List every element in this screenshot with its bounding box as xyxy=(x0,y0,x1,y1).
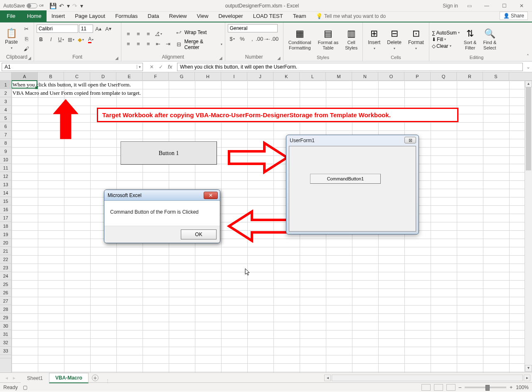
select-all-button[interactable] xyxy=(0,72,11,81)
sort-filter-button[interactable]: ⇅Sort & Filter xyxy=(461,27,479,51)
row-header-15[interactable]: 15 xyxy=(0,197,11,205)
number-dialog-icon[interactable]: ◢ xyxy=(277,56,281,60)
row-header-26[interactable]: 26 xyxy=(0,288,11,297)
row-header-28[interactable]: 28 xyxy=(0,305,11,313)
row-header-8[interactable]: 8 xyxy=(0,139,11,147)
cut-icon[interactable]: ✂ xyxy=(22,25,31,34)
conditional-formatting-button[interactable]: ▦Conditional Formatting xyxy=(286,27,314,51)
tell-me-search[interactable]: 💡 Tell me what you want to do xyxy=(311,10,391,22)
zoom-out-button[interactable]: – xyxy=(459,385,462,390)
autosum-button[interactable]: ∑ AutoSum ▾ xyxy=(432,30,460,36)
row-header-23[interactable]: 23 xyxy=(0,264,11,272)
row-header-17[interactable]: 17 xyxy=(0,214,11,222)
column-header-d[interactable]: D xyxy=(90,72,116,80)
sheet-nav-prev-icon[interactable]: ▸ xyxy=(11,375,17,381)
add-sheet-button[interactable]: + xyxy=(92,375,99,381)
close-icon[interactable]: ✕ xyxy=(515,3,528,9)
tab-developer[interactable]: Developer xyxy=(213,10,248,22)
font-size-combo[interactable] xyxy=(79,25,93,33)
sheet-button-1[interactable]: Button 1 xyxy=(121,141,217,165)
row-header-33[interactable]: 33 xyxy=(0,347,11,355)
row-header-7[interactable]: 7 xyxy=(0,131,11,139)
userform-close-button[interactable]: ⊠ xyxy=(404,137,416,143)
qat-customize-icon[interactable]: ▾ xyxy=(80,2,83,9)
font-name-combo[interactable] xyxy=(37,25,78,33)
row-header-21[interactable]: 21 xyxy=(0,247,11,255)
signin-link[interactable]: Sign in xyxy=(443,3,458,9)
decrease-indent-icon[interactable]: ⇤ xyxy=(154,39,163,49)
column-header-g[interactable]: G xyxy=(169,72,195,80)
row-header-30[interactable]: 30 xyxy=(0,322,11,330)
sheet-split-icon[interactable]: ⋮ xyxy=(106,379,110,383)
vertical-scrollbar[interactable]: ▴ ▾ xyxy=(525,81,532,372)
percent-icon[interactable]: % xyxy=(238,34,247,43)
undo-dropdown-icon[interactable]: ▾ xyxy=(67,2,70,9)
delete-cells-button[interactable]: ⊟Delete▾ xyxy=(384,27,404,52)
tab-insert[interactable]: Insert xyxy=(47,10,70,22)
row-header-13[interactable]: 13 xyxy=(0,180,11,189)
column-header-n[interactable]: N xyxy=(352,72,378,80)
clear-button[interactable]: ◇ Clear▾ xyxy=(432,43,451,49)
autosave-toggle[interactable]: AutoSave Off xyxy=(0,3,47,9)
column-header-i[interactable]: I xyxy=(221,72,247,80)
increase-font-icon[interactable]: A▴ xyxy=(94,24,103,33)
ribbon-display-icon[interactable]: ▭ xyxy=(463,3,475,9)
tab-home[interactable]: Home xyxy=(22,10,47,22)
align-right-icon[interactable]: ≡ xyxy=(144,39,153,49)
column-header-f[interactable]: F xyxy=(143,72,169,80)
tab-formulas[interactable]: Formulas xyxy=(110,10,143,22)
column-header-e[interactable]: E xyxy=(116,72,143,80)
bold-icon[interactable]: B xyxy=(37,35,46,44)
font-color-icon[interactable]: A▾ xyxy=(86,35,96,44)
scroll-left-button[interactable]: ◂ xyxy=(324,375,331,381)
maximize-icon[interactable]: ☐ xyxy=(498,3,510,9)
message-box-ok-button[interactable]: OK xyxy=(181,229,217,239)
column-header-c[interactable]: C xyxy=(64,72,90,80)
spreadsheet-grid[interactable]: 1234567891011121314151617181920212223242… xyxy=(0,72,532,372)
italic-icon[interactable]: I xyxy=(47,35,56,44)
minimize-icon[interactable]: — xyxy=(480,3,493,9)
tab-data[interactable]: Data xyxy=(143,10,164,22)
share-button[interactable]: 👤 Share xyxy=(500,12,528,20)
scroll-down-button[interactable]: ▾ xyxy=(525,365,532,372)
page-break-view-button[interactable] xyxy=(446,384,456,391)
column-header-r[interactable]: R xyxy=(457,72,483,80)
row-header-12[interactable]: 12 xyxy=(0,172,11,180)
orientation-icon[interactable]: ⦨▾ xyxy=(154,30,163,39)
collapse-ribbon-icon[interactable]: ˄ xyxy=(524,22,532,61)
copy-icon[interactable]: ⎘ xyxy=(22,35,31,44)
formula-input[interactable] xyxy=(177,63,523,71)
row-header-31[interactable]: 31 xyxy=(0,330,11,338)
sheet-nav-first-icon[interactable]: ◂ xyxy=(3,375,10,381)
scroll-up-button[interactable]: ▴ xyxy=(525,81,532,87)
zoom-slider[interactable] xyxy=(465,387,506,388)
zoom-level[interactable]: 100% xyxy=(516,385,529,390)
column-header-a[interactable]: A xyxy=(12,72,38,80)
column-header-s[interactable]: S xyxy=(483,72,509,80)
tab-team[interactable]: Team xyxy=(288,10,311,22)
align-middle-icon[interactable]: ≡ xyxy=(134,30,143,39)
underline-icon[interactable]: U▾ xyxy=(57,35,66,44)
row-header-24[interactable]: 24 xyxy=(0,272,11,280)
row-header-29[interactable]: 29 xyxy=(0,313,11,322)
row-header-5[interactable]: 5 xyxy=(0,114,11,122)
align-center-icon[interactable]: ≡ xyxy=(134,39,143,49)
enter-formula-icon[interactable]: ✓ xyxy=(157,64,165,70)
row-header-27[interactable]: 27 xyxy=(0,297,11,305)
undo-icon[interactable]: ↶ xyxy=(59,2,64,9)
tab-review[interactable]: Review xyxy=(164,10,192,22)
format-as-table-button[interactable]: ▤Format as Table xyxy=(315,27,341,51)
align-top-icon[interactable]: ≡ xyxy=(124,30,133,39)
row-header-4[interactable]: 4 xyxy=(0,106,11,114)
row-header-6[interactable]: 6 xyxy=(0,122,11,131)
alignment-dialog-icon[interactable]: ◢ xyxy=(219,56,222,60)
cell-styles-button[interactable]: ▥Cell Styles xyxy=(342,27,360,51)
row-header-9[interactable]: 9 xyxy=(0,147,11,155)
name-box-input[interactable] xyxy=(2,64,137,70)
row-header-14[interactable]: 14 xyxy=(0,189,11,197)
number-format-combo[interactable] xyxy=(228,24,278,32)
decrease-font-icon[interactable]: A▾ xyxy=(104,24,113,33)
font-dialog-icon[interactable]: ◢ xyxy=(115,56,118,60)
expand-formula-bar-icon[interactable]: ⌄ xyxy=(525,64,532,70)
redo-icon[interactable]: ↷ xyxy=(72,2,77,9)
